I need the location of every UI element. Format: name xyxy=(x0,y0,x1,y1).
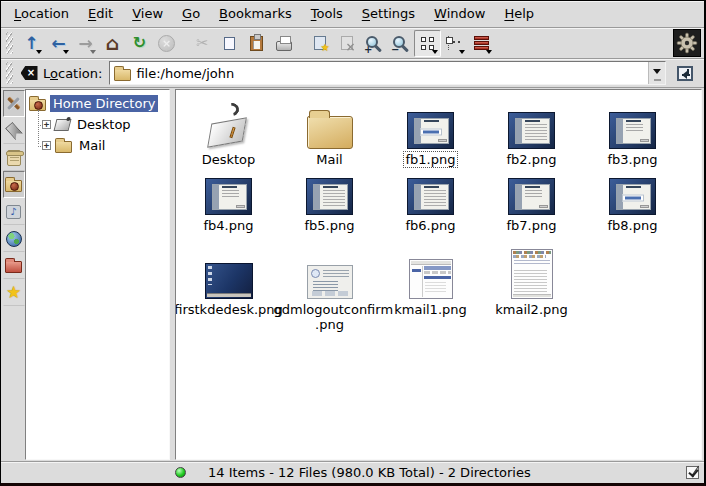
file-fb1-png[interactable]: fb1.png xyxy=(380,99,481,168)
file-label: fb7.png xyxy=(504,217,560,234)
file-fb4-png[interactable]: fb4.png xyxy=(178,177,279,234)
home-directory-button[interactable] xyxy=(3,171,25,198)
file-mail[interactable]: Mail xyxy=(279,99,380,168)
linked-view-check-icon[interactable] xyxy=(686,466,699,479)
file-fb3-png[interactable]: fb3.png xyxy=(582,99,683,168)
location-value[interactable]: file:/home/john xyxy=(136,66,643,81)
tree-item-mail[interactable]: +Mail xyxy=(38,135,167,156)
file-desktop[interactable]: Desktop xyxy=(178,99,279,168)
tree-expander[interactable]: + xyxy=(42,141,51,150)
history-button[interactable] xyxy=(3,144,25,171)
menu-view[interactable]: View xyxy=(123,3,172,25)
file-fb6-png[interactable]: fb6.png xyxy=(380,177,481,234)
dropdown-arrow-icon xyxy=(432,50,438,54)
services-button[interactable]: ♪ xyxy=(3,198,25,225)
configure-navigation-button[interactable] xyxy=(3,90,25,117)
up-button[interactable]: ↑ xyxy=(18,30,45,57)
menu-location[interactable]: Location xyxy=(5,3,78,25)
dropdown-arrow-icon xyxy=(486,50,492,54)
menu-bookmarks[interactable]: Bookmarks xyxy=(210,3,301,25)
dropdown-arrow-icon xyxy=(63,50,69,54)
zoom-out-icon: − xyxy=(388,31,413,56)
up-icon: ↑ xyxy=(19,31,44,56)
multicolumn-view-button[interactable] xyxy=(468,30,495,57)
menu-go[interactable]: Go xyxy=(173,3,209,25)
preview-on-icon xyxy=(307,31,332,56)
screenshot-form-icon xyxy=(205,178,252,215)
file-fb5-png[interactable]: fb5.png xyxy=(279,177,380,234)
desktop-folder-icon xyxy=(205,103,253,149)
back-button[interactable]: ← xyxy=(45,30,72,57)
home-button[interactable]: ⌂ xyxy=(99,30,126,57)
location-toolbar: × Location: file:/home/john xyxy=(1,59,704,88)
file-row: DesktopMailfb1.pngfb2.pngfb3.png xyxy=(178,99,701,168)
file-label: Desktop xyxy=(199,151,259,168)
file-fb2-png[interactable]: fb2.png xyxy=(481,99,582,168)
menu-bar: LocationEditViewGoBookmarksToolsSettings… xyxy=(1,1,704,28)
file-kmail2-png[interactable]: kmail2.png xyxy=(481,247,582,333)
toolbar-buttons: ↑←→⌂↻×✂+− xyxy=(18,30,495,57)
go-button[interactable] xyxy=(671,60,698,86)
file-label: fb8.png xyxy=(605,217,661,234)
globe-icon xyxy=(6,231,22,247)
toolbar-grip[interactable] xyxy=(6,32,13,54)
cut-button: ✂ xyxy=(189,30,216,57)
location-toolbar-grip[interactable] xyxy=(6,62,13,84)
file-icon-box xyxy=(306,177,353,215)
cut-icon: ✂ xyxy=(190,31,215,56)
konqueror-window: LocationEditViewGoBookmarksToolsSettings… xyxy=(0,0,706,486)
screenshot-text-icon xyxy=(306,178,353,215)
network-button[interactable] xyxy=(3,225,25,252)
icon-view-button[interactable] xyxy=(414,30,441,57)
show-preview-button[interactable] xyxy=(306,30,333,57)
file-kmail1-png[interactable]: kmail1.png xyxy=(380,247,481,333)
history-scroll-icon xyxy=(7,150,21,166)
file-label: fb1.png xyxy=(403,151,459,168)
tree-item-desktop[interactable]: +Desktop xyxy=(38,114,167,135)
screenshot-text-icon xyxy=(508,112,555,149)
screenshot-logo-icon xyxy=(407,112,454,149)
kde-gear-icon xyxy=(676,32,698,54)
screenshot-form-icon xyxy=(508,178,555,215)
status-bar: 14 Items - 12 Files (980.0 KB Total) - 2… xyxy=(1,461,704,483)
star-button[interactable]: ★ xyxy=(3,279,25,306)
file-icon-box xyxy=(409,247,453,299)
reload-icon: ↻ xyxy=(127,31,152,56)
file-icon-view[interactable]: DesktopMailfb1.pngfb2.pngfb3.pngfb4.pngf… xyxy=(175,89,702,460)
tree-item-label: Desktop xyxy=(74,116,134,133)
dropdown-arrow-icon xyxy=(36,50,42,54)
icon-view-icon xyxy=(415,31,440,56)
dropdown-arrow-icon xyxy=(459,50,465,54)
multicolumn-view-icon xyxy=(469,31,494,56)
reload-button[interactable]: ↻ xyxy=(126,30,153,57)
print-button[interactable] xyxy=(270,30,297,57)
zoom-out-button[interactable]: − xyxy=(387,30,414,57)
tree-item-label: Mail xyxy=(76,137,108,154)
clear-location-button[interactable]: × xyxy=(18,62,40,84)
tree-view-button[interactable] xyxy=(441,30,468,57)
location-combo[interactable]: file:/home/john xyxy=(109,61,666,85)
file-firstkdedesk-png[interactable]: firstkdedesk.png xyxy=(178,247,279,333)
zoom-in-button[interactable]: + xyxy=(360,30,387,57)
file-fb8-png[interactable]: fb8.png xyxy=(582,177,683,234)
combo-dropdown-arrow[interactable] xyxy=(648,62,665,84)
bookmarks-button[interactable] xyxy=(3,117,25,144)
screenshot-logo-icon xyxy=(609,178,656,215)
copy-button[interactable] xyxy=(216,30,243,57)
tree-expander[interactable]: + xyxy=(42,120,51,129)
paste-button[interactable] xyxy=(243,30,270,57)
main-area: ♪★ Home Directory+Desktop+Mail DesktopMa… xyxy=(1,88,704,461)
kde-gear-throbber[interactable] xyxy=(673,29,701,57)
menu-help[interactable]: Help xyxy=(495,3,543,25)
menu-settings[interactable]: Settings xyxy=(353,3,424,25)
tree-item-home-directory[interactable]: Home Directory xyxy=(29,93,167,114)
menu-edit[interactable]: Edit xyxy=(79,3,122,25)
file-fb7-png[interactable]: fb7.png xyxy=(481,177,582,234)
folder-icon xyxy=(307,116,353,149)
file-gdmlogoutconfirm-png[interactable]: gdmlogoutconfirm​.png xyxy=(279,247,380,333)
file-label: gdmlogoutconfirm​.png xyxy=(271,301,389,333)
menu-tools[interactable]: Tools xyxy=(302,3,352,25)
root-folder-button[interactable] xyxy=(3,252,25,279)
go-enter-icon xyxy=(677,66,693,81)
menu-window[interactable]: Window xyxy=(425,3,494,25)
